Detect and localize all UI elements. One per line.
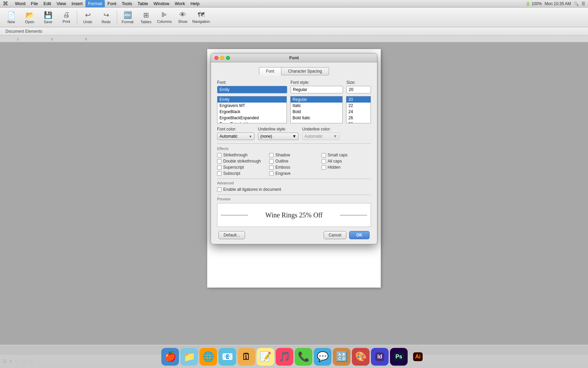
dialog-body: Font Character Spacing Font: Font style:… [211,62,377,244]
superscript-checkbox[interactable] [217,165,222,170]
size-list-item-26[interactable]: 26 [346,115,371,121]
dock-mail[interactable]: 📧 [218,348,236,366]
undo-button[interactable]: ↩ Undo [79,9,96,26]
default-button[interactable]: Default... [218,231,245,239]
effect-strikethrough: Strikethrough [217,153,266,157]
size-list-item-22[interactable]: 22 [346,103,371,109]
open-button[interactable]: 📂 Open [21,9,38,26]
menubar-file[interactable]: File [28,0,41,7]
menubar-format[interactable]: Format [85,0,105,7]
menubar-edit[interactable]: Edit [41,0,54,7]
emboss-label: Emboss [275,165,290,170]
maximize-traffic-light[interactable] [226,56,230,60]
redo-button[interactable]: ↪ Redo [98,9,115,26]
print-button[interactable]: 🖨 Print [58,9,75,26]
font-size-input[interactable] [346,86,371,93]
style-list-item-bold[interactable]: Bold [291,109,342,115]
dock-files[interactable]: 📁 [180,348,198,366]
dialog-tabs: Font Character Spacing [217,67,371,75]
menubar-help[interactable]: Help [188,0,202,7]
advanced-label: Advanced [217,181,371,185]
small-caps-checkbox[interactable] [322,153,326,157]
font-list-item-ergoeblack[interactable]: ErgoeBlack [217,109,287,115]
menubar-tools[interactable]: Tools [119,0,135,7]
show-button[interactable]: 👁 Show [174,9,191,26]
close-traffic-light[interactable] [214,56,218,60]
dock-indesign[interactable]: Id [371,348,389,366]
font-color-select[interactable]: Automatic ▼ [217,133,255,140]
new-button[interactable]: 📄 New [3,9,20,26]
dock-illustrator[interactable]: Ai [409,348,427,366]
minimize-traffic-light[interactable] [220,56,224,60]
hidden-checkbox[interactable] [322,165,326,170]
cancel-button[interactable]: Cancel [324,231,346,239]
dock-phone[interactable]: 📞 [295,348,312,366]
subscript-checkbox[interactable] [217,171,222,176]
style-list-item-regular[interactable]: Regular [291,96,342,103]
search-icon[interactable]: 🔍 [574,1,579,6]
small-caps-label: Small caps [328,153,348,157]
effects-label: Effects [217,147,371,151]
ligatures-item: Enable all ligatures in document [217,187,371,192]
menubar-insert[interactable]: Insert [69,0,85,7]
font-list-item-engravers[interactable]: Engravers MT [217,103,287,109]
font-list-item-ergoexpanded[interactable]: ErgoeBlackExpanded [217,115,287,121]
ligatures-checkbox[interactable] [217,187,222,192]
ok-button[interactable]: OK [349,231,370,239]
columns-button[interactable]: ⫸ Columns [156,9,173,26]
underline-style-select[interactable]: (none) ▼ [258,133,299,140]
menubar-work[interactable]: Work [172,0,188,7]
font-style-input[interactable] [291,86,343,93]
redo-label: Redo [102,20,111,24]
emboss-checkbox[interactable] [269,165,274,170]
style-list-item-bold-italic[interactable]: Bold Italic [291,115,342,121]
dock-safari[interactable]: 🌐 [199,348,217,366]
dock-music[interactable]: 🎵 [276,348,293,366]
all-caps-checkbox[interactable] [322,159,326,164]
dock-photoshop[interactable]: Ps [390,348,408,366]
menubar-word[interactable]: Word [12,0,28,7]
preview-label: Preview [217,197,371,201]
dock-finder[interactable]: 🍎 [161,348,179,366]
dock-calendar[interactable]: 🗓 [238,348,255,366]
size-list-item-20[interactable]: 20 [346,96,371,103]
show-label: Show [178,19,187,24]
menubar-table[interactable]: Table [135,0,151,7]
redo-icon: ↪ [103,11,109,19]
svg-text:2: 2 [51,37,53,41]
style-list-item-italic[interactable]: Italic [291,103,342,109]
navigation-button[interactable]: 🗺 Navigation [193,9,210,26]
shadow-checkbox[interactable] [269,153,274,157]
dock-messages[interactable]: 💬 [314,348,331,366]
font-list-item-ergoeextrabold[interactable]: ErgoeExtrabold [217,121,287,123]
outline-checkbox[interactable] [269,159,274,164]
dock-fonts[interactable]: 🔠 [333,348,350,366]
tab-character-spacing[interactable]: Character Spacing [281,67,329,75]
font-name-list[interactable]: Emily Engravers MT ErgoeBlack ErgoeBlack… [217,96,287,123]
menubar-window[interactable]: Window [151,0,172,7]
double-strikethrough-label: Double strikethrough [223,159,261,164]
apple-menu[interactable]: ⌘ [3,0,8,7]
size-list-item-24[interactable]: 24 [346,109,371,115]
menubar-font[interactable]: Font [105,0,119,7]
font-color-label: Font color: [217,127,255,132]
double-strikethrough-checkbox[interactable] [217,159,222,164]
font-size-list[interactable]: 20 22 24 26 28 [346,96,371,123]
tables-button[interactable]: ⊞ Tables [137,9,154,26]
menubar-view[interactable]: View [54,0,69,7]
dock-art[interactable]: 🎨 [352,348,370,366]
tab-font[interactable]: Font [259,67,281,75]
engrave-checkbox[interactable] [269,171,274,176]
save-button[interactable]: 💾 Save [39,9,56,26]
strikethrough-checkbox[interactable] [217,153,222,157]
format-button[interactable]: 🔤 Format [119,9,136,26]
dock-notes[interactable]: 📝 [257,348,274,366]
font-name-input[interactable] [217,86,287,93]
preview-box: Wine Rings 25% Off [217,203,371,227]
size-list-item-28[interactable]: 28 [346,121,371,123]
menu-icon[interactable]: ☰ [582,1,585,6]
color-row: Font color: Automatic ▼ Underline style:… [217,127,371,140]
effect-double-strikethrough: Double strikethrough [217,159,266,164]
font-style-list[interactable]: Regular Italic Bold Bold Italic [290,96,343,123]
font-list-item-emily[interactable]: Emily [217,96,287,103]
